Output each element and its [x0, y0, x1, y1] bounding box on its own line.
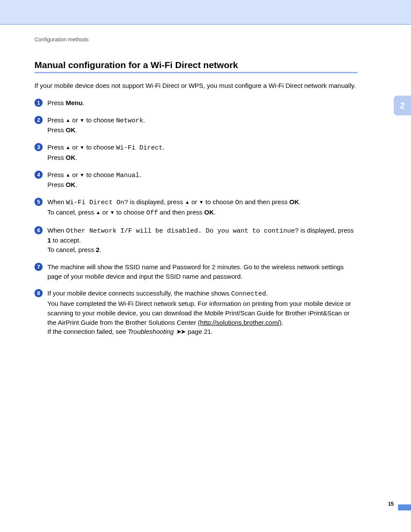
chapter-number: 2 [400, 101, 405, 111]
steps-list: Press Menu. Press ▲ or ▼ to choose Netwo… [34, 98, 358, 336]
up-arrow-icon: ▲ [96, 210, 101, 215]
down-arrow-icon: ▼ [80, 118, 84, 123]
chapter-tab: 2 [394, 96, 411, 115]
up-arrow-icon: ▲ [66, 172, 71, 177]
step-2: Press ▲ or ▼ to choose Network. Press OK… [34, 115, 358, 135]
footer-accent-bar [398, 504, 411, 510]
step-8: If your mobile device connects successfu… [34, 289, 358, 336]
up-arrow-icon: ▲ [66, 145, 71, 150]
down-arrow-icon: ▼ [199, 199, 204, 205]
down-arrow-icon: ▼ [80, 145, 84, 150]
page-header-bar [0, 0, 411, 24]
down-arrow-icon: ▼ [110, 210, 115, 215]
step-7: The machine will show the SSID name and … [34, 262, 358, 281]
heading-rule [34, 72, 358, 73]
solutions-link[interactable]: (http://solutions.brother.com/) [198, 319, 281, 326]
double-arrow-icon: ➤➤ [176, 328, 185, 335]
intro-text: If your mobile device does not support W… [34, 81, 358, 90]
page-content: Configuration methods Manual configurati… [0, 25, 375, 336]
up-arrow-icon: ▲ [66, 118, 71, 123]
down-arrow-icon: ▼ [80, 172, 84, 177]
breadcrumb: Configuration methods [34, 37, 358, 43]
page-title: Manual configuration for a Wi-Fi Direct … [34, 60, 358, 70]
step-1: Press Menu. [34, 98, 358, 108]
step-3: Press ▲ or ▼ to choose Wi-Fi Direct. Pre… [34, 143, 358, 162]
page-number: 15 [388, 501, 394, 507]
up-arrow-icon: ▲ [185, 199, 190, 205]
step-4: Press ▲ or ▼ to choose Manual. Press OK. [34, 170, 358, 190]
step-6: When Other Network I/F will be disabled.… [34, 226, 358, 255]
step-5: When Wi-Fi Direct On? is displayed, pres… [34, 197, 358, 218]
